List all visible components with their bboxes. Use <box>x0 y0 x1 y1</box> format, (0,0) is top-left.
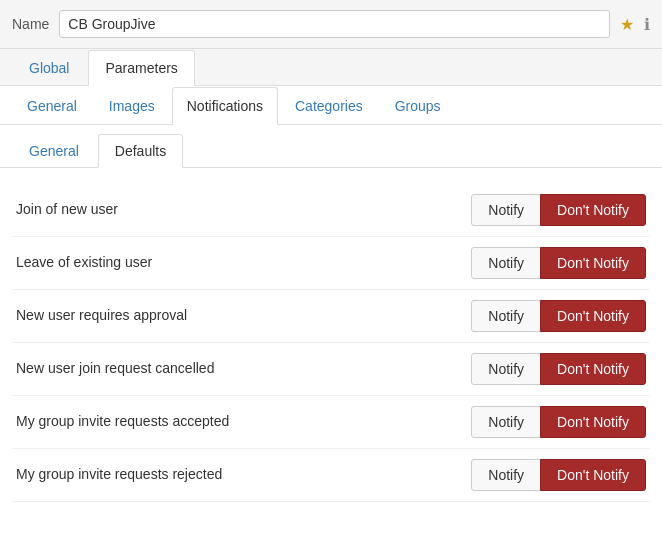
btn-notify-invite-rejected[interactable]: Notify <box>471 459 541 491</box>
name-bar: Name ★ ℹ <box>0 0 662 49</box>
top-tabs: Global Parameters <box>0 49 662 86</box>
name-label: Name <box>12 16 49 32</box>
btn-notify-new-user-approval[interactable]: Notify <box>471 300 541 332</box>
btn-notify-invite-accepted[interactable]: Notify <box>471 406 541 438</box>
subtab-defaults[interactable]: Defaults <box>98 134 183 168</box>
tab-images[interactable]: Images <box>94 87 170 125</box>
tab-groups[interactable]: Groups <box>380 87 456 125</box>
notify-row-join-new-user: Join of new userNotifyDon't Notify <box>12 184 650 237</box>
btn-notify-join-request-cancelled[interactable]: Notify <box>471 353 541 385</box>
notify-row-invite-accepted: My group invite requests acceptedNotifyD… <box>12 396 650 449</box>
name-input[interactable] <box>59 10 610 38</box>
btn-dont-notify-join-new-user[interactable]: Don't Notify <box>540 194 646 226</box>
notify-label-join-new-user: Join of new user <box>16 200 459 220</box>
subtab-general[interactable]: General <box>12 134 96 168</box>
notify-buttons-join-request-cancelled: NotifyDon't Notify <box>471 353 646 385</box>
info-icon[interactable]: ℹ <box>644 15 650 34</box>
sub-tabs: General Defaults <box>0 125 662 168</box>
notify-row-new-user-approval: New user requires approvalNotifyDon't No… <box>12 290 650 343</box>
tab-categories[interactable]: Categories <box>280 87 378 125</box>
notify-buttons-invite-rejected: NotifyDon't Notify <box>471 459 646 491</box>
section-tabs: General Images Notifications Categories … <box>0 86 662 125</box>
tab-notifications[interactable]: Notifications <box>172 87 278 125</box>
btn-dont-notify-leave-existing-user[interactable]: Don't Notify <box>540 247 646 279</box>
notify-row-invite-rejected: My group invite requests rejectedNotifyD… <box>12 449 650 502</box>
btn-dont-notify-join-request-cancelled[interactable]: Don't Notify <box>540 353 646 385</box>
btn-dont-notify-new-user-approval[interactable]: Don't Notify <box>540 300 646 332</box>
notify-buttons-join-new-user: NotifyDon't Notify <box>471 194 646 226</box>
notify-buttons-invite-accepted: NotifyDon't Notify <box>471 406 646 438</box>
tab-general[interactable]: General <box>12 87 92 125</box>
btn-notify-join-new-user[interactable]: Notify <box>471 194 541 226</box>
notify-label-join-request-cancelled: New user join request cancelled <box>16 359 459 379</box>
tab-parameters[interactable]: Parameters <box>88 50 194 86</box>
tab-global[interactable]: Global <box>12 50 86 86</box>
notify-label-leave-existing-user: Leave of existing user <box>16 253 459 273</box>
star-icon[interactable]: ★ <box>620 15 634 34</box>
notify-row-leave-existing-user: Leave of existing userNotifyDon't Notify <box>12 237 650 290</box>
notify-label-invite-accepted: My group invite requests accepted <box>16 412 459 432</box>
notify-buttons-new-user-approval: NotifyDon't Notify <box>471 300 646 332</box>
notify-label-invite-rejected: My group invite requests rejected <box>16 465 459 485</box>
btn-dont-notify-invite-accepted[interactable]: Don't Notify <box>540 406 646 438</box>
content-area: Join of new userNotifyDon't NotifyLeave … <box>0 168 662 518</box>
btn-dont-notify-invite-rejected[interactable]: Don't Notify <box>540 459 646 491</box>
notify-row-join-request-cancelled: New user join request cancelledNotifyDon… <box>12 343 650 396</box>
btn-notify-leave-existing-user[interactable]: Notify <box>471 247 541 279</box>
notify-label-new-user-approval: New user requires approval <box>16 306 459 326</box>
notify-buttons-leave-existing-user: NotifyDon't Notify <box>471 247 646 279</box>
